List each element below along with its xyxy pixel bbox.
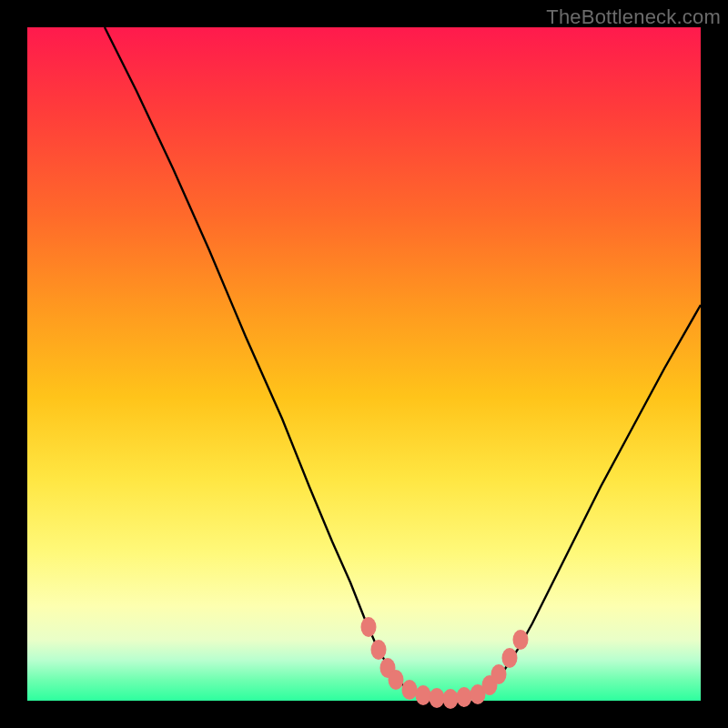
curve-marker — [443, 689, 459, 709]
bottleneck-curve — [27, 27, 701, 701]
curve-marker — [361, 617, 377, 637]
curve-marker — [491, 664, 507, 684]
curve-marker — [502, 648, 518, 668]
curve-marker — [371, 640, 387, 660]
curve-markers — [361, 617, 529, 709]
curve-marker — [457, 687, 472, 707]
curve-right-branch — [478, 305, 701, 695]
chart-frame: TheBottleneck.com — [0, 0, 728, 728]
curve-marker — [389, 670, 404, 690]
plot-area — [27, 27, 701, 701]
curve-marker — [513, 630, 529, 650]
curve-marker — [402, 680, 418, 700]
curve-marker — [430, 688, 445, 708]
curve-left-branch — [105, 27, 423, 696]
watermark-text: TheBottleneck.com — [546, 5, 721, 29]
curve-marker — [416, 685, 431, 705]
